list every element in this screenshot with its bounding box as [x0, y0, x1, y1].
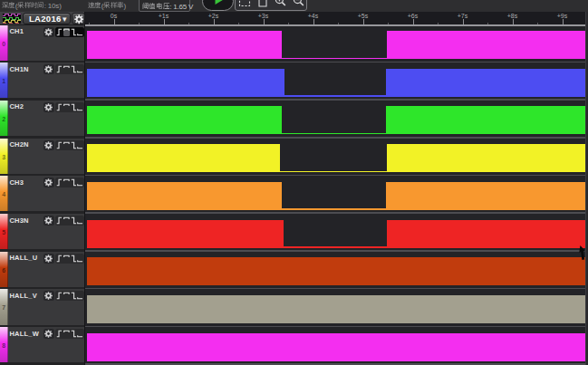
trigger-high-level-button[interactable] — [63, 292, 71, 300]
start-capture-button[interactable] — [202, 0, 234, 11]
trigger-high-level-button[interactable] — [63, 330, 71, 338]
zoom-out-icon[interactable] — [293, 0, 305, 8]
trigger-rising-edge-button[interactable] — [56, 292, 63, 300]
channel-row-HALL_U[interactable]: 6HALL_U — [0, 252, 84, 290]
trigger-low-level-button[interactable] — [77, 178, 84, 187]
waveform-row-CH1[interactable] — [85, 25, 588, 63]
sample-rate-dropdown[interactable]: () — [88, 1, 126, 9]
zoom-fit-icon[interactable] — [256, 0, 269, 8]
trigger-button-group — [55, 27, 84, 37]
toolbar: (: 10s) () : 1.65 V — [0, 0, 588, 12]
trigger-high-level-button[interactable] — [63, 28, 71, 36]
ruler-tick-label: +6s — [408, 13, 418, 20]
trigger-falling-edge-button[interactable] — [70, 141, 77, 149]
channel-settings-button[interactable] — [43, 216, 55, 226]
high-level-icon — [63, 103, 70, 111]
threshold-voltage-box[interactable]: : 1.65 V — [139, 0, 191, 12]
trigger-rising-edge-button[interactable] — [56, 330, 63, 338]
trigger-falling-edge-button[interactable] — [70, 103, 77, 111]
trigger-low-level-button[interactable] — [77, 28, 84, 36]
falling-edge-icon — [71, 216, 77, 225]
channel-row-HALL_W[interactable]: 8HALL_W — [0, 327, 84, 365]
trigger-falling-edge-button[interactable] — [70, 330, 77, 338]
trigger-falling-edge-button[interactable] — [70, 292, 77, 300]
waveform-row-HALL_U[interactable] — [85, 252, 588, 290]
trigger-high-level-button[interactable] — [63, 216, 71, 225]
rising-edge-icon — [56, 65, 63, 73]
channel-row-CH1N[interactable]: 1CH1N — [0, 62, 84, 101]
ruler-tick-label: +5s — [358, 13, 368, 20]
trigger-rising-edge-button[interactable] — [56, 141, 63, 149]
channel-settings-button[interactable] — [43, 178, 55, 187]
trigger-falling-edge-button[interactable] — [70, 65, 77, 73]
wave-low-segment — [282, 133, 386, 135]
trigger-low-level-button[interactable] — [77, 292, 84, 300]
trigger-low-level-button[interactable] — [77, 216, 84, 225]
channel-row-CH3[interactable]: 4CH3 — [0, 176, 84, 214]
ruler-tick-label: +3s — [258, 13, 268, 20]
trigger-high-level-button[interactable] — [63, 65, 71, 73]
gear-icon — [74, 14, 84, 24]
sample-depth-dropdown[interactable]: (: 10s) — [2, 1, 62, 9]
device-settings-button[interactable] — [72, 13, 85, 25]
high-level-icon — [63, 141, 70, 149]
high-level-icon — [63, 65, 70, 73]
wave-high-segment — [387, 144, 586, 172]
channel-settings-button[interactable] — [43, 254, 55, 264]
trigger-rising-edge-button[interactable] — [56, 255, 63, 263]
channel-settings-button[interactable] — [43, 27, 55, 37]
trigger-button-group — [55, 329, 84, 339]
channel-row-HALL_V[interactable]: 7HALL_V — [0, 289, 84, 327]
high-level-icon — [63, 28, 70, 36]
trigger-rising-edge-button[interactable] — [56, 28, 63, 36]
channel-settings-button[interactable] — [43, 102, 55, 112]
trigger-rising-edge-button[interactable] — [56, 216, 63, 225]
wave-high-segment — [386, 106, 586, 134]
trigger-rising-edge-button[interactable] — [56, 65, 63, 73]
trigger-falling-edge-button[interactable] — [70, 28, 77, 36]
selection-box-icon[interactable] — [238, 0, 251, 8]
falling-edge-icon — [71, 255, 77, 263]
channel-number: 3 — [0, 154, 8, 160]
low-level-icon — [77, 65, 83, 73]
waveform-row-CH1N[interactable] — [85, 62, 588, 101]
trigger-falling-edge-button[interactable] — [70, 216, 77, 225]
trigger-high-level-button[interactable] — [63, 141, 71, 149]
channel-settings-button[interactable] — [43, 329, 55, 339]
wave-high-segment — [87, 69, 284, 97]
channel-settings-button[interactable] — [43, 64, 55, 74]
trigger-high-level-button[interactable] — [63, 178, 71, 187]
trigger-high-level-button[interactable] — [63, 103, 71, 111]
waveform-row-CH2N[interactable] — [85, 139, 588, 177]
zoom-in-icon[interactable] — [275, 0, 287, 8]
channel-row-CH3N[interactable]: 5CH3N — [0, 214, 84, 252]
channel-number: 7 — [0, 304, 8, 311]
trigger-rising-edge-button[interactable] — [56, 178, 63, 187]
channel-settings-button[interactable] — [43, 140, 55, 150]
waveform-row-HALL_W[interactable] — [85, 327, 588, 365]
trigger-rising-edge-button[interactable] — [56, 103, 63, 111]
device-select-dropdown[interactable]: LA2016 ▾ — [23, 13, 71, 25]
waveform-panel[interactable]: 0s+1s+2s+3s+4s+5s+6s+7s+8s+9s — [84, 12, 588, 365]
trigger-low-level-button[interactable] — [77, 65, 84, 73]
trigger-falling-edge-button[interactable] — [70, 178, 77, 187]
wave-high-segment — [387, 31, 586, 59]
waveform-row-CH3N[interactable] — [85, 214, 588, 252]
ruler-tick-label: +2s — [208, 13, 218, 20]
arrow-cursor-icon — [579, 245, 587, 263]
waveform-row-HALL_V[interactable] — [85, 289, 588, 327]
rising-edge-icon — [56, 292, 63, 300]
channel-row-CH1[interactable]: 0CH1 — [0, 25, 84, 63]
waveform-row-CH3[interactable] — [85, 176, 588, 214]
channel-settings-button[interactable] — [43, 291, 55, 301]
trigger-high-level-button[interactable] — [63, 255, 71, 263]
high-level-icon — [63, 330, 70, 338]
trigger-low-level-button[interactable] — [77, 141, 84, 149]
channel-row-CH2N[interactable]: 3CH2N — [0, 139, 84, 177]
trigger-low-level-button[interactable] — [77, 330, 84, 338]
waveform-row-CH2[interactable] — [85, 101, 588, 139]
trigger-low-level-button[interactable] — [77, 255, 84, 263]
channel-row-CH2[interactable]: 2CH2 — [0, 101, 84, 139]
trigger-falling-edge-button[interactable] — [70, 255, 77, 263]
trigger-low-level-button[interactable] — [77, 103, 84, 111]
